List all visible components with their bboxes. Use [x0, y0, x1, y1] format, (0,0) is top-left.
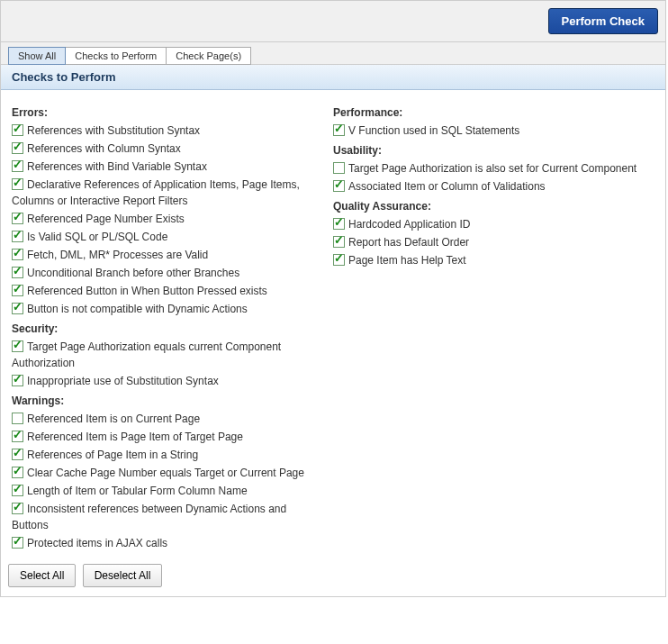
checkbox[interactable] [12, 303, 23, 314]
top-toolbar: Perform Check [1, 1, 665, 42]
checkbox[interactable] [12, 285, 23, 296]
check-label: Associated Item or Column of Validations [348, 180, 546, 193]
check-row: References with Column Syntax [12, 141, 322, 157]
checkbox[interactable] [12, 503, 23, 514]
check-row: Referenced Item is on Current Page [12, 411, 322, 427]
check-label: Page Item has Help Text [348, 254, 466, 267]
perform-check-button[interactable]: Perform Check [548, 8, 658, 34]
check-label: References with Substitution Syntax [27, 124, 200, 137]
checkbox[interactable] [12, 485, 23, 496]
group-warnings-title: Warnings: [12, 395, 322, 407]
group-usability-title: Usability: [333, 144, 644, 157]
group-performance-title: Performance: [333, 106, 644, 119]
checks-content: Errors: References with Substitution Syn… [1, 90, 665, 558]
check-label: References with Bind Variable Syntax [27, 160, 207, 173]
group-performance-items: V Function used in SQL Statements [333, 122, 644, 139]
check-label: Unconditional Branch before other Branch… [27, 267, 239, 279]
check-label: Clear Cache Page Number equals Target or… [27, 467, 304, 479]
group-errors-items: References with Substitution SyntaxRefer… [12, 122, 322, 317]
group-usability-items: Target Page Authorization is also set fo… [333, 160, 644, 195]
check-row: Associated Item or Column of Validations [333, 178, 644, 195]
check-row: Target Page Authorization is also set fo… [333, 160, 644, 177]
check-label: Fetch, DML, MR* Processes are Valid [27, 249, 208, 261]
checkbox[interactable] [12, 375, 23, 386]
check-label: Referenced Button in When Button Pressed… [27, 285, 267, 297]
tabs: Show All Checks to Perform Check Page(s) [8, 46, 658, 64]
check-row: Page Item has Help Text [333, 252, 644, 268]
group-security-title: Security: [12, 322, 322, 335]
check-label: Target Page Authorization equals current… [12, 340, 281, 369]
check-row: Hardcoded Application ID [333, 216, 644, 232]
checkbox[interactable] [333, 162, 345, 174]
checkbox[interactable] [12, 231, 23, 242]
left-column: Errors: References with Substitution Syn… [12, 101, 333, 553]
group-security-items: Target Page Authorization equals current… [12, 339, 322, 389]
checkbox[interactable] [12, 537, 23, 549]
check-label: V Function used in SQL Statements [348, 124, 519, 137]
check-row: V Function used in SQL Statements [333, 122, 644, 139]
check-row: Referenced Page Number Exists [12, 211, 322, 227]
check-row: References with Substitution Syntax [12, 122, 322, 139]
checkbox[interactable] [12, 124, 23, 136]
tab-check-pages[interactable]: Check Page(s) [166, 47, 251, 65]
group-qa-items: Hardcoded Application IDReport has Defau… [333, 216, 644, 268]
checkbox[interactable] [12, 449, 23, 460]
check-row: Fetch, DML, MR* Processes are Valid [12, 247, 322, 263]
checkbox[interactable] [333, 236, 345, 248]
check-row: Referenced Item is Page Item of Target P… [12, 429, 322, 445]
check-label: References with Column Syntax [27, 142, 181, 155]
check-row: Clear Cache Page Number equals Target or… [12, 465, 322, 481]
checkbox[interactable] [12, 340, 23, 352]
deselect-all-button[interactable]: Deselect All [83, 564, 163, 587]
checkbox[interactable] [12, 267, 23, 278]
check-row: References with Bind Variable Syntax [12, 159, 322, 175]
check-label: Target Page Authorization is also set fo… [348, 162, 636, 175]
checkbox[interactable] [12, 178, 23, 190]
checkbox[interactable] [12, 249, 23, 260]
section-title: Checks to Perform [1, 65, 665, 90]
right-column: Performance: V Function used in SQL Stat… [333, 101, 654, 553]
check-label: Hardcoded Application ID [348, 218, 470, 231]
checkbox[interactable] [12, 431, 23, 442]
check-label: Button is not compatible with Dynamic Ac… [27, 303, 248, 315]
check-row: References of Page Item in a String [12, 447, 322, 463]
tab-checks-to-perform[interactable]: Checks to Perform [65, 47, 167, 65]
check-label: Inappropriate use of Substitution Syntax [27, 375, 219, 387]
tab-bar: Show All Checks to Perform Check Page(s) [1, 42, 665, 65]
checkbox[interactable] [333, 218, 345, 230]
checkbox[interactable] [333, 124, 345, 136]
checkbox[interactable] [12, 413, 23, 424]
group-errors-title: Errors: [12, 106, 322, 119]
check-label: Referenced Item is on Current Page [27, 413, 200, 425]
check-row: Inconsistent references between Dynamic … [12, 501, 322, 533]
check-label: Declarative References of Application It… [12, 178, 300, 207]
check-row: Target Page Authorization equals current… [12, 339, 322, 371]
page-container: Perform Check Show All Checks to Perform… [0, 0, 666, 597]
tab-show-all[interactable]: Show All [8, 47, 66, 65]
check-row: Protected items in AJAX calls [12, 535, 322, 551]
check-row: Is Valid SQL or PL/SQL Code [12, 229, 322, 245]
check-row: Referenced Button in When Button Pressed… [12, 283, 322, 299]
check-row: Report has Default Order [333, 234, 644, 250]
check-row: Button is not compatible with Dynamic Ac… [12, 301, 322, 317]
checkbox[interactable] [333, 254, 345, 266]
checkbox[interactable] [12, 142, 23, 154]
check-label: Protected items in AJAX calls [27, 537, 167, 549]
select-all-button[interactable]: Select All [8, 564, 76, 587]
footer-buttons: Select All Deselect All [1, 558, 665, 596]
check-label: Referenced Item is Page Item of Target P… [27, 431, 243, 443]
check-row: Unconditional Branch before other Branch… [12, 265, 322, 281]
checkbox[interactable] [12, 160, 23, 172]
check-row: Declarative References of Application It… [12, 177, 322, 209]
checkbox[interactable] [333, 180, 345, 192]
check-label: Inconsistent references between Dynamic … [12, 503, 286, 531]
group-qa-title: Quality Assurance: [333, 200, 644, 213]
check-label: Is Valid SQL or PL/SQL Code [27, 231, 167, 243]
check-label: Referenced Page Number Exists [27, 213, 185, 225]
check-row: Length of Item or Tabular Form Column Na… [12, 483, 322, 499]
checkbox[interactable] [12, 467, 23, 478]
group-warnings-items: Referenced Item is on Current PageRefere… [12, 411, 322, 551]
check-label: References of Page Item in a String [27, 449, 198, 461]
check-label: Report has Default Order [348, 236, 469, 249]
checkbox[interactable] [12, 213, 23, 224]
